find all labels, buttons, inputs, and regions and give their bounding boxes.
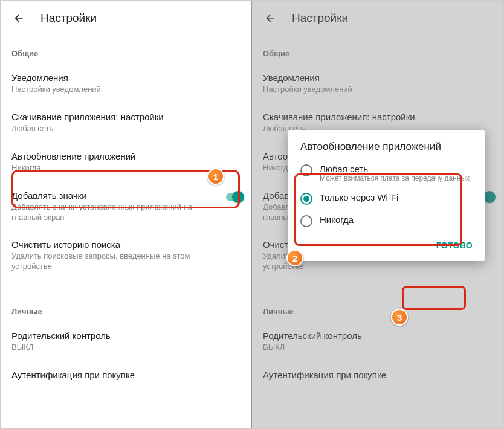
row-title: Уведомления [11,73,241,83]
section-personal-label: Личные [1,294,251,322]
back-arrow-icon[interactable] [11,11,26,25]
settings-pane-left: Настройки Общие Уведомления Настройки ув… [1,1,252,428]
row-title: Скачивание приложения: настройки [263,112,492,122]
row-title: Родительский контроль [263,331,492,341]
done-button[interactable]: ГОТОВО [429,236,480,255]
section-general-label: Общие [1,36,251,64]
row-parental[interactable]: Родительский контроль ВЫКЛ [1,322,251,361]
row-notifications[interactable]: Уведомления Настройки уведомлений [1,64,251,103]
header: Настройки [252,1,503,36]
badge-3: 3 [391,309,408,326]
radio-label: Только через Wi-Fi [320,192,398,202]
row-title: Аутентификация при покупке [263,370,492,380]
settings-pane-right: Настройки Общие Уведомления Настройки ув… [252,1,503,428]
row-title: Добавлять значки [11,190,241,201]
toggle-icons[interactable] [226,193,243,201]
row-title: Родительский контроль [11,331,241,341]
row-sub: ВЫКЛ [11,343,217,353]
row-add-icons[interactable]: Добавлять значки Добавлять значки устано… [1,182,251,231]
row-sub: Любая сеть [11,124,217,134]
page-title: Настройки [40,11,97,25]
radio-option-any[interactable]: Любая сеть Может взиматься плата за пере… [288,159,485,187]
radio-option-wifi[interactable]: Только через Wi-Fi [288,187,485,210]
back-arrow-icon[interactable] [263,11,277,25]
radio-option-never[interactable]: Никогда [288,210,485,232]
radio-label: Никогда [320,214,354,225]
header: Настройки [1,1,251,36]
radio-icon[interactable] [300,193,312,205]
row-sub: Добавлять значки установленных приложени… [11,202,217,223]
row-title: Очистить историю поиска [11,239,241,250]
radio-icon[interactable] [300,164,312,176]
row-notifications[interactable]: Уведомления Настройки уведомлений [252,64,503,103]
page-title: Настройки [292,11,348,25]
row-title: Аутентификация при покупке [11,370,241,380]
badge-1: 1 [207,168,224,185]
row-clear-history[interactable]: Очистить историю поиска Удалить поисковы… [1,231,251,280]
radio-icon[interactable] [300,215,312,227]
section-general-label: Общие [252,36,503,64]
row-auth[interactable]: Аутентификация при покупке [252,361,503,390]
autoupdate-dialog: Автообновление приложений Любая сеть Мож… [288,130,485,261]
row-sub: Удалить поисковые запросы, введенные на … [11,251,217,272]
row-parental[interactable]: Родительский контроль ВЫКЛ [252,322,503,361]
dialog-title: Автообновление приложений [288,141,485,159]
row-title: Скачивание приложения: настройки [11,112,241,122]
row-title: Автообновление приложений [11,151,241,161]
row-title: Уведомления [263,73,492,83]
row-sub: Настройки уведомлений [263,85,468,95]
radio-label: Любая сеть [320,164,470,174]
row-download[interactable]: Скачивание приложения: настройки Любая с… [1,103,251,143]
section-personal-label: Личные [252,294,503,322]
radio-sub: Может взиматься плата за передачу данных [320,174,470,182]
row-sub: Настройки уведомлений [11,85,217,95]
row-sub: ВЫКЛ [263,343,468,353]
row-auth[interactable]: Аутентификация при покупке [1,361,251,390]
badge-2: 2 [286,250,303,266]
row-sub: Никогда [11,163,217,173]
